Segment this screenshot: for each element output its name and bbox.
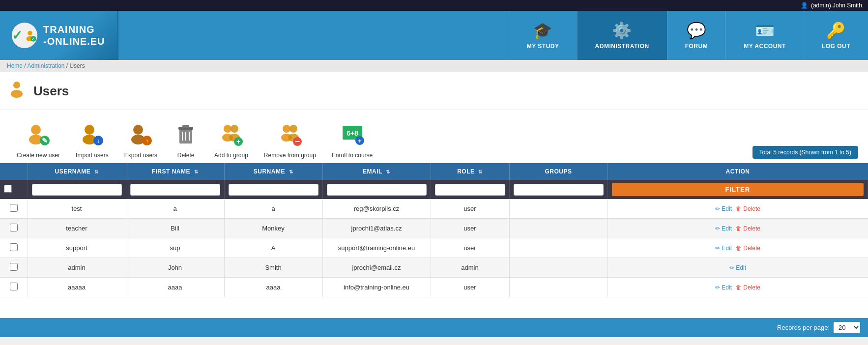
logo-area: ✓ TRAINING -ONLINE.EU [0, 11, 118, 60]
table-row: adminJohnSmithjprochi@email.czadmin✏ Edi… [0, 258, 868, 278]
filter-firstname-input[interactable] [130, 184, 220, 196]
forum-icon: 💬 [687, 21, 707, 40]
create-user-icon: ✎ [26, 122, 51, 150]
edit-button-3[interactable]: ✏ Edit [729, 264, 746, 271]
row-checkbox-1[interactable] [10, 224, 18, 231]
header: ✓ TRAINING -ONLINE.EU 🎓 MY STUDY ⚙️ ADMI… [0, 11, 868, 60]
filter-surname-input[interactable] [229, 184, 318, 196]
col-header-role[interactable]: ROLE ⇅ [431, 163, 509, 180]
row-check-cell [0, 258, 28, 278]
users-page-icon [10, 80, 28, 102]
row-action-cell: ✏ Edit🗑 Delete [608, 278, 868, 297]
row-checkbox-4[interactable] [10, 283, 18, 290]
firstname-sort-icon: ⇅ [194, 169, 199, 174]
table-row: testaareg@skorpils.czuser✏ Edit🗑 Delete [0, 199, 868, 219]
edit-button-0[interactable]: ✏ Edit [715, 205, 732, 212]
nav-label-study: MY STUDY [527, 43, 559, 50]
enroll-to-course-button[interactable]: 6+8 + Enroll to course [325, 118, 379, 163]
svg-point-25 [224, 125, 231, 133]
delete-icon [174, 122, 198, 150]
svg-text:↑: ↑ [145, 138, 148, 144]
svg-point-5 [13, 82, 20, 88]
create-user-label: Create new user [17, 152, 60, 159]
breadcrumb-home[interactable]: Home [7, 62, 23, 69]
filter-button[interactable]: FILTER [612, 183, 864, 196]
filter-email-cell [322, 180, 431, 199]
svg-point-31 [283, 125, 290, 133]
svg-point-15 [133, 125, 143, 135]
table-row: teacherBillMonkeyjprochi1@atlas.czuser✏ … [0, 219, 868, 238]
records-per-page-select[interactable]: 10 20 50 100 [834, 322, 860, 333]
export-users-icon: ↑ [128, 122, 153, 150]
remove-from-group-button[interactable]: − Remove from group [257, 118, 323, 163]
col-header-surname[interactable]: SURNAME ⇅ [224, 163, 322, 180]
delete-button-2[interactable]: 🗑 Delete [736, 245, 760, 252]
col-header-email[interactable]: EMAIL ⇅ [322, 163, 431, 180]
row-checkbox-0[interactable] [10, 204, 18, 212]
row-firstname: aaaa [126, 278, 224, 297]
add-to-group-button[interactable]: + Add to group [207, 118, 255, 163]
import-users-button[interactable]: ↓ Import users [69, 118, 116, 163]
records-per-page-label: Records per page: [777, 324, 830, 331]
logo-icon: ✓ [12, 23, 37, 48]
row-email: reg@skorpils.cz [322, 199, 431, 219]
users-table: USERNAME ⇅ FIRST NAME ⇅ SURNAME ⇅ EMAIL … [0, 163, 868, 297]
col-header-username[interactable]: USERNAME ⇅ [28, 163, 126, 180]
export-users-button[interactable]: ↑ Export users [117, 118, 164, 163]
role-sort-icon: ⇅ [478, 169, 483, 174]
filter-role-input[interactable] [435, 184, 505, 196]
row-checkbox-3[interactable] [10, 263, 18, 271]
svg-text:+: + [236, 138, 240, 145]
filter-email-input[interactable] [327, 184, 427, 196]
nav-label-account: MY ACCOUNT [744, 43, 786, 50]
filter-groups-input[interactable] [514, 184, 604, 196]
row-username: admin [28, 258, 126, 278]
delete-label: Delete [177, 152, 195, 159]
row-username: test [28, 199, 126, 219]
filter-username-input[interactable] [32, 184, 122, 196]
row-username: aaaaa [28, 278, 126, 297]
filter-surname-cell [224, 180, 322, 199]
create-new-user-button[interactable]: ✎ Create new user [10, 118, 67, 163]
row-groups [509, 219, 608, 238]
edit-button-1[interactable]: ✏ Edit [715, 225, 732, 232]
top-bar-username: (admin) John Smith [811, 2, 862, 9]
select-all-checkbox[interactable] [4, 185, 12, 193]
nav-item-log-out[interactable]: 🔑 LOG OUT [804, 11, 868, 60]
row-action-cell: ✏ Edit🗑 Delete [608, 199, 868, 219]
page-content: Users ✎ Create new user [0, 72, 868, 318]
row-firstname: Bill [126, 219, 224, 238]
edit-button-2[interactable]: ✏ Edit [715, 245, 732, 252]
row-checkbox-2[interactable] [10, 243, 18, 251]
row-surname: A [224, 238, 322, 258]
row-check-cell [0, 238, 28, 258]
row-firstname: sup [126, 238, 224, 258]
row-check-cell [0, 219, 28, 238]
nav-item-my-study[interactable]: 🎓 MY STUDY [509, 11, 577, 60]
svg-text:−: − [295, 137, 300, 146]
table-body: testaareg@skorpils.czuser✏ Edit🗑 Deletet… [0, 199, 868, 297]
row-action-cell: ✏ Edit🗑 Delete [608, 238, 868, 258]
col-header-firstname[interactable]: FIRST NAME ⇅ [126, 163, 224, 180]
delete-button-1[interactable]: 🗑 Delete [736, 225, 760, 232]
row-email: jprochi1@atlas.cz [322, 219, 431, 238]
delete-button-0[interactable]: 🗑 Delete [736, 205, 760, 212]
nav-item-my-account[interactable]: 🪪 MY ACCOUNT [725, 11, 804, 60]
nav-item-forum[interactable]: 💬 FORUM [667, 11, 726, 60]
svg-point-27 [231, 125, 238, 133]
nav-item-administration[interactable]: ⚙️ ADMINISTRATION [577, 11, 667, 60]
delete-button[interactable]: Delete [166, 118, 205, 163]
delete-button-4[interactable]: 🗑 Delete [736, 284, 760, 291]
svg-text:6+8: 6+8 [347, 129, 358, 137]
row-username: support [28, 238, 126, 258]
nav-items: 🎓 MY STUDY ⚙️ ADMINISTRATION 💬 FORUM 🪪 M… [118, 11, 868, 60]
breadcrumb-administration[interactable]: Administration [27, 62, 64, 69]
row-role: user [431, 238, 509, 258]
account-icon: 🪪 [755, 21, 775, 40]
row-email: support@training-online.eu [322, 238, 431, 258]
enroll-label: Enroll to course [332, 152, 373, 159]
row-firstname: a [126, 199, 224, 219]
edit-button-4[interactable]: ✏ Edit [715, 284, 732, 291]
row-surname: aaaa [224, 278, 322, 297]
study-icon: 🎓 [533, 21, 553, 40]
